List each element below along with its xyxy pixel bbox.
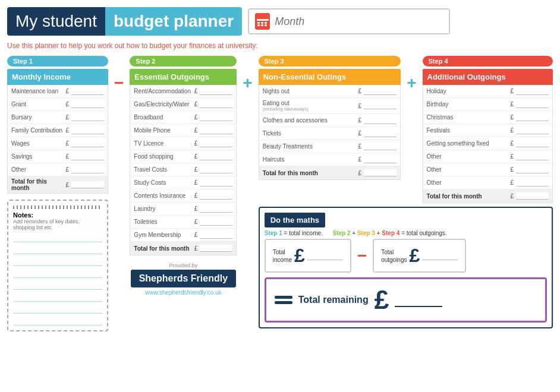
step2-row7-input[interactable]: [200, 179, 232, 186]
table-row: Other £: [423, 150, 552, 163]
right-column: Step 3 Non-Essential Outings Nights out …: [259, 56, 553, 328]
step2-row10-input[interactable]: [200, 219, 232, 226]
step2-total-input[interactable]: [200, 245, 232, 252]
note-line: [13, 305, 102, 314]
step4-row4-input[interactable]: [516, 140, 549, 147]
calendar-dot: [261, 24, 263, 26]
step1-total-input[interactable]: [71, 181, 104, 188]
total-remaining-pound: £: [375, 285, 389, 315]
calendar-dot: [261, 22, 263, 24]
step2-row6-input[interactable]: [200, 166, 232, 173]
total-outgoings-box: Totaloutgoings £: [373, 239, 466, 273]
step2-row2-input[interactable]: [200, 114, 232, 121]
step4-row1-input[interactable]: [516, 101, 549, 108]
step4-row3-input[interactable]: [516, 127, 549, 134]
title-my-student: My student: [7, 7, 105, 36]
table-row: Nights out £: [259, 85, 400, 98]
step1-row1-input[interactable]: [71, 101, 104, 108]
notes-top-decoration: [13, 206, 102, 209]
do-the-maths-header: Do the maths: [265, 213, 325, 227]
step1-label: Step 1: [7, 56, 108, 67]
table-row: Getting something fixed £: [423, 137, 552, 150]
maths-calculation-row: Totalincome £ − Totaloutgoings £: [265, 239, 547, 273]
step3-row5-input[interactable]: [364, 156, 397, 163]
maths-desc-1: Step 1 = total income. Step 2 + Step 3 +…: [265, 230, 547, 236]
plus-operator-1: +: [240, 74, 254, 93]
note-line: [13, 270, 102, 278]
calendar-dot: [257, 22, 260, 24]
maths-minus-operator: −: [357, 246, 367, 265]
provided-by-text: Provided by: [130, 263, 237, 268]
step2-total-row: Total for this month £: [130, 242, 236, 255]
do-the-maths-section: Do the maths Step 1 = total income. Step…: [259, 207, 553, 328]
notes-description: Add reminders of key dates, shopping lis…: [13, 219, 102, 230]
total-remaining-label: Total remaining: [298, 294, 369, 305]
total-income-label: Totalincome: [273, 248, 292, 264]
table-row: Tickets £: [259, 127, 400, 140]
step3-row1-input[interactable]: [364, 102, 397, 109]
table-row: Maintenance loan £: [8, 85, 108, 98]
note-line: [13, 234, 102, 242]
table-row: Beauty Treatments £: [259, 140, 400, 153]
step4-total-input[interactable]: [516, 192, 549, 200]
step2-row9-input[interactable]: [200, 206, 232, 213]
table-row: Gas/Electricity/Water £: [130, 98, 236, 111]
step1-row3-input[interactable]: [71, 127, 104, 134]
step2-wrapper: Step 2 Essential Outgoings Rent/Accommod…: [130, 56, 237, 296]
step3-body: Nights out £ Eating out (including takea…: [259, 85, 401, 180]
total-remaining-input[interactable]: [395, 293, 442, 307]
table-row: TV Licence £: [130, 137, 236, 150]
table-row: Haircuts £: [259, 153, 400, 166]
step3-total-input[interactable]: [364, 169, 397, 176]
step2-row11-input[interactable]: [200, 232, 232, 239]
step1-row6-input[interactable]: [71, 166, 104, 173]
step1-row0-input[interactable]: [71, 88, 104, 95]
header: My student budget planner: [7, 7, 553, 36]
table-row: Savings £: [8, 150, 108, 163]
step3-row2-input[interactable]: [364, 117, 397, 124]
step2-row5-input[interactable]: [200, 153, 232, 160]
step1-row5-input[interactable]: [71, 153, 104, 160]
total-income-input[interactable]: [307, 251, 343, 260]
step4-body: Holiday £ Birthday £ Christmas £: [423, 85, 553, 203]
table-row: Toiletries £: [130, 216, 236, 229]
table-row: Festivals £: [423, 124, 552, 137]
step4-row6-input[interactable]: [516, 166, 549, 173]
step2-row4-input[interactable]: [200, 140, 232, 147]
step4-row5-input[interactable]: [516, 153, 549, 160]
note-line: [13, 258, 102, 266]
month-input-wrapper[interactable]: [248, 8, 450, 34]
note-line: [13, 282, 102, 290]
step2-body: Rent/Accommodation £ Gas/Electricity/Wat…: [130, 85, 237, 255]
step3-row3-input[interactable]: [364, 130, 397, 137]
step2-row0-input[interactable]: [200, 88, 232, 95]
note-line: [13, 246, 102, 254]
plus-operator-2: +: [404, 74, 419, 93]
total-outgoings-input[interactable]: [422, 251, 458, 260]
step2-row3-input[interactable]: [200, 127, 232, 134]
notes-title: Notes:: [13, 211, 102, 219]
step1-body: Maintenance loan £ Grant £ Bursary £ Fam…: [7, 85, 108, 194]
step3-row4-input[interactable]: [364, 143, 397, 150]
step1-row2-input[interactable]: [71, 114, 104, 121]
title-budget-planner: budget planner: [105, 7, 242, 36]
step4-row2-input[interactable]: [516, 114, 549, 121]
step4-row0-input[interactable]: [516, 88, 549, 95]
table-row: Other £: [8, 163, 108, 176]
calendar-dot: [257, 24, 260, 26]
month-input[interactable]: [275, 15, 443, 28]
step2-row1-input[interactable]: [200, 101, 232, 108]
calendar-dot: [265, 24, 267, 26]
table-row: Travel Costs £: [130, 163, 236, 176]
notes-section: Notes: Add reminders of key dates, shopp…: [7, 200, 108, 331]
table-row: Holiday £: [423, 85, 552, 98]
table-row: Broadband £: [130, 111, 236, 124]
title-block: My student budget planner: [7, 7, 242, 36]
equals-icon: [275, 296, 292, 304]
step2-row8-input[interactable]: [200, 192, 232, 200]
step4-row7-input[interactable]: [516, 179, 549, 186]
step1-wrapper: Step 1 Monthly Income Maintenance loan £…: [7, 56, 108, 331]
step3-row0-input[interactable]: [364, 88, 397, 95]
step1-row4-input[interactable]: [71, 140, 104, 147]
shepherds-website: www.shepherdsfriendly.co.uk: [130, 289, 237, 296]
